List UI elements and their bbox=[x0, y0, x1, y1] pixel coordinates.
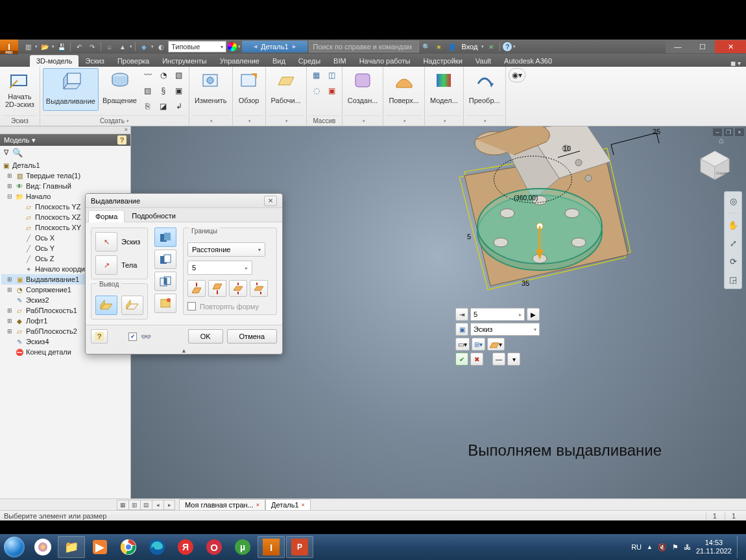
browser-header[interactable]: Модель ▾ ? bbox=[0, 134, 130, 146]
output-solid-button[interactable] bbox=[95, 296, 117, 315]
qat-material-icon[interactable]: ◆ bbox=[138, 41, 150, 52]
ribbon-tab-environments[interactable]: Среды bbox=[292, 55, 327, 67]
search-icon[interactable]: 🔍 bbox=[420, 41, 432, 52]
tray-clock[interactable]: 14:53 21.11.2022 bbox=[696, 539, 732, 555]
close-button[interactable]: ✕ bbox=[715, 40, 746, 53]
ribbon-tab-vault[interactable]: Vault bbox=[469, 55, 498, 67]
dialog-titlebar[interactable]: Выдавливание ✕ bbox=[86, 194, 282, 208]
home-view-icon[interactable]: ⌂ bbox=[719, 135, 730, 147]
op-join-button[interactable] bbox=[154, 228, 176, 247]
tree-twisty-icon[interactable]: ⊞ bbox=[6, 328, 13, 334]
sweep-icon[interactable]: 〰 bbox=[141, 68, 155, 82]
rect-pattern-icon[interactable]: ▦ bbox=[309, 68, 324, 82]
dialog-expand-grip[interactable]: ▲ bbox=[86, 347, 282, 354]
mtb-flip-icon[interactable]: ▶ bbox=[527, 308, 540, 321]
op-newsolid-button[interactable] bbox=[154, 294, 176, 313]
decal-icon[interactable]: ◪ bbox=[156, 99, 171, 113]
qat-color-icon[interactable] bbox=[228, 42, 237, 51]
tray-lang[interactable]: RU bbox=[631, 543, 642, 551]
task-utorrent-icon[interactable]: µ bbox=[229, 536, 256, 558]
freeform-button[interactable]: Создан... bbox=[345, 68, 381, 110]
qat-redo-icon[interactable]: ↷ bbox=[86, 41, 98, 52]
task-yandex2-icon[interactable]: Я bbox=[172, 536, 199, 558]
mtb-profile-icon[interactable]: ▣ bbox=[455, 323, 468, 336]
match-shape-checkbox[interactable] bbox=[187, 302, 196, 310]
explore-button[interactable]: Обзор bbox=[235, 68, 263, 110]
help-icon[interactable]: ? bbox=[117, 135, 126, 145]
orbit-icon[interactable]: ⟳ bbox=[727, 255, 740, 268]
qat-home-icon[interactable]: ⌂ bbox=[104, 41, 115, 52]
tray-up-icon[interactable]: ▲ bbox=[647, 544, 653, 550]
viewcube[interactable]: Справа bbox=[697, 147, 733, 183]
doctab-home-icon[interactable]: ▦ bbox=[117, 500, 128, 510]
user-icon[interactable]: 👤 bbox=[446, 41, 458, 52]
help-icon[interactable]: ? bbox=[503, 42, 512, 51]
task-opera-icon[interactable]: O bbox=[200, 536, 228, 558]
doctab-part[interactable]: Деталь1× bbox=[265, 499, 311, 510]
task-inventor-icon[interactable]: I bbox=[258, 536, 285, 558]
tray-volume-icon[interactable]: 🔇 bbox=[658, 543, 667, 552]
mdi-close-icon[interactable]: × bbox=[734, 128, 745, 137]
coil-icon[interactable]: § bbox=[156, 84, 171, 98]
mtb-profile-field[interactable]: Эскиз▾ bbox=[470, 323, 540, 336]
ribbon-tab-tools[interactable]: Инструменты bbox=[156, 55, 213, 67]
dir-sym-button[interactable] bbox=[229, 280, 247, 297]
mtb-join-icon[interactable]: ⊞▾ bbox=[472, 338, 485, 351]
mtb-distance-icon[interactable]: ⇥ bbox=[455, 308, 468, 321]
dialog-tab-shape[interactable]: Форма bbox=[88, 210, 125, 222]
ribbon-tab-a360[interactable]: Autodesk A360 bbox=[498, 55, 559, 67]
glasses-icon[interactable]: 👓 bbox=[141, 332, 151, 342]
style-dropdown[interactable]: Типовые bbox=[168, 41, 226, 52]
exchange-icon[interactable]: ✕ bbox=[485, 41, 497, 52]
wheel-icon[interactable]: ◎ bbox=[727, 194, 740, 207]
tray-flag-icon[interactable]: ⚑ bbox=[672, 543, 679, 552]
work-features-button[interactable]: Рабочи... bbox=[269, 68, 304, 110]
mtb-distance-field[interactable]: 5▸ bbox=[470, 308, 525, 321]
dialog-tab-more[interactable]: Подробности bbox=[125, 209, 183, 222]
minimize-button[interactable]: — bbox=[666, 40, 690, 53]
doctab-prev-icon[interactable]: ◂ bbox=[152, 500, 163, 510]
zoom-icon[interactable]: ⤢ bbox=[727, 237, 740, 250]
task-yandex-icon[interactable] bbox=[29, 536, 56, 558]
output-surface-button[interactable] bbox=[121, 296, 143, 315]
unwrap-icon[interactable]: ↲ bbox=[172, 99, 186, 113]
measure-dropdown-icon[interactable]: ◉▾ bbox=[509, 68, 525, 82]
simulate-button[interactable]: Модел... bbox=[427, 68, 461, 110]
mtb-ok-button[interactable]: ✔ bbox=[455, 353, 468, 366]
revolve-button[interactable]: Вращение bbox=[100, 68, 139, 110]
mtb-expand-icon[interactable]: — bbox=[492, 353, 505, 366]
qat-appearance-icon[interactable]: ◐ bbox=[155, 41, 167, 52]
task-edge-icon[interactable] bbox=[143, 536, 171, 558]
pan-icon[interactable]: ✋ bbox=[727, 218, 740, 231]
dialog-help-icon[interactable]: ? bbox=[91, 329, 108, 344]
extents-mode-select[interactable]: Расстояние bbox=[187, 242, 265, 257]
distance-input[interactable]: 5 bbox=[187, 261, 252, 275]
start-button[interactable] bbox=[0, 534, 29, 560]
ribbon-tab-getstarted[interactable]: Начало работы bbox=[353, 55, 417, 67]
op-intersect-button[interactable] bbox=[154, 272, 176, 291]
tree-twisty-icon[interactable]: ⊞ bbox=[6, 307, 13, 314]
app-logo[interactable]: I bbox=[0, 40, 18, 54]
task-explorer-icon[interactable]: 📁 bbox=[58, 536, 85, 558]
browser-close-icon[interactable]: × bbox=[125, 126, 128, 134]
start-2d-sketch-button[interactable]: Начать 2D-эскиз bbox=[3, 68, 37, 110]
loft-icon[interactable]: ◔ bbox=[156, 68, 171, 82]
ribbon-tab-inspect[interactable]: Проверка bbox=[111, 55, 156, 67]
mtb-pin-icon[interactable]: ▾ bbox=[507, 353, 520, 366]
tray-network-icon[interactable]: 🖧 bbox=[684, 543, 691, 551]
solids-select-button[interactable]: ↗ bbox=[95, 255, 117, 275]
tree-twisty-icon[interactable]: ⊞ bbox=[6, 318, 13, 324]
ribbon-tab-addins[interactable]: Надстройки bbox=[416, 55, 468, 67]
ribbon-tab-bim[interactable]: BIM bbox=[327, 55, 353, 67]
search-box[interactable]: Поиск по справке и командам bbox=[309, 41, 419, 52]
task-powerpoint-icon[interactable]: P bbox=[286, 536, 313, 558]
doctab-next-icon[interactable]: ▸ bbox=[163, 500, 175, 510]
tree-root[interactable]: ▣Деталь1 bbox=[1, 160, 130, 170]
dir-asym-button[interactable] bbox=[250, 280, 268, 297]
ok-button[interactable]: OK bbox=[188, 329, 223, 344]
star-icon[interactable]: ★ bbox=[433, 41, 445, 52]
show-desktop-button[interactable] bbox=[737, 536, 742, 558]
convert-button[interactable]: Преобр... bbox=[466, 68, 503, 110]
tree-twisty-icon[interactable]: ⊞ bbox=[6, 286, 13, 293]
close-icon[interactable]: × bbox=[302, 502, 305, 508]
